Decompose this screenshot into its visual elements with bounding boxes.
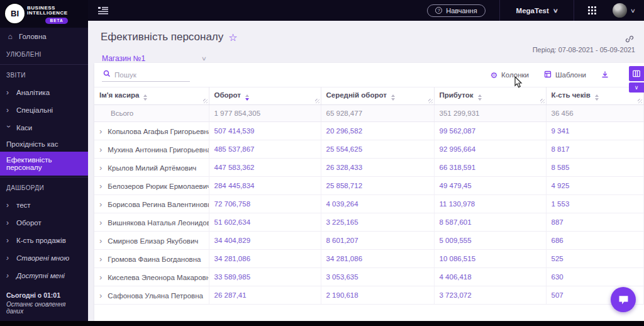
cashier-name-cell[interactable]: ›Белозеров Рюрик Ермолаевич <box>94 177 209 195</box>
download-button[interactable] <box>601 70 609 80</box>
cashier-name-cell[interactable]: ›Вишнякова Наталья Леонидовна <box>94 213 209 232</box>
column-resize-handle[interactable] <box>315 99 319 103</box>
column-header-2[interactable]: Оборот <box>209 87 321 105</box>
sidebar-item-Каси[interactable]: ›Каси <box>0 119 88 137</box>
chevron-down-icon: ∨ <box>552 8 558 14</box>
column-header-3[interactable]: Середній оборот <box>321 87 434 105</box>
table-toolbar: ⚙ Колонки Шаблони <box>94 63 644 87</box>
sidebar-item-Створені мною[interactable]: ›Створені мною <box>0 249 88 267</box>
table-row[interactable]: ›Копылова Агафья Григорьевна507 414,5392… <box>94 122 644 140</box>
sidebar: BI BUSINESS INTELLIGENCE BETA ⌂ Головна … <box>0 0 88 321</box>
last-update-time: Сьогодні о 01:01 <box>6 291 84 299</box>
sort-icon[interactable] <box>595 94 599 101</box>
expand-row-icon[interactable]: › <box>99 200 102 209</box>
value-cell: 4 406,418 <box>434 268 546 286</box>
sidebar-item-Доступні мені[interactable]: ›Доступні мені <box>0 267 88 284</box>
workspace-selector[interactable]: MegaTest ∨ <box>500 7 574 14</box>
cashier-name-cell[interactable]: ›Крылов Милий Артёмович <box>94 159 209 177</box>
column-header-1[interactable]: Ім'я касира <box>94 87 209 105</box>
sidebar-item-label: Доступні мені <box>16 272 65 279</box>
collapse-panel-button[interactable]: ∨ <box>629 82 644 93</box>
data-refresh-status: Сьогодні о 01:01 Останнє оновлення даних <box>6 291 84 315</box>
column-resize-handle[interactable] <box>638 99 642 103</box>
sidebar-subitem-Ефективність персоналу[interactable]: Ефективність персоналу <box>0 152 88 176</box>
reports-menu: ›Аналітика›Спеціальні›Каси <box>0 84 88 137</box>
table-row[interactable]: ›Сафонова Ульяна Петровна26 287,412 190,… <box>94 286 644 305</box>
value-cell: 3 053,635 <box>321 268 434 286</box>
sidebar-item-Спеціальні[interactable]: ›Спеціальні <box>0 101 88 119</box>
table-row[interactable]: ›Смирнов Елизар Якубович34 404,8298 601,… <box>94 232 644 250</box>
sort-icon[interactable] <box>143 94 147 101</box>
gear-icon: ⚙ <box>490 71 497 79</box>
table-view-button[interactable] <box>629 66 644 81</box>
cashier-name-cell[interactable]: ›Киселева Элеонора Макаровна <box>94 268 209 286</box>
user-menu[interactable]: ∨ <box>610 3 644 18</box>
main-content: Ефективність персоналу ☆ Період: 07-08-2… <box>88 21 644 321</box>
value-cell: 3 723,072 <box>434 286 546 305</box>
value-cell: 26 287,41 <box>209 286 321 305</box>
cashier-name-cell[interactable]: ›Смирнов Елизар Якубович <box>94 232 209 250</box>
value-cell: 525 <box>546 250 644 268</box>
sort-icon[interactable] <box>391 94 395 101</box>
table-row[interactable]: ›Белозеров Рюрик Ермолаевич284 445,83425… <box>94 177 644 195</box>
cashier-name-cell[interactable]: ›Мухина Антонина Григорьевна <box>94 140 209 159</box>
column-resize-handle[interactable] <box>540 99 545 103</box>
sort-icon[interactable] <box>245 94 249 101</box>
column-header-4[interactable]: Прибуток <box>434 87 546 105</box>
columns-button[interactable]: ⚙ Колонки <box>490 71 529 79</box>
chat-button[interactable] <box>611 287 636 312</box>
expand-row-icon[interactable]: › <box>99 145 102 154</box>
sidebar-toggle-icon[interactable] <box>98 7 108 14</box>
expand-row-icon[interactable]: › <box>99 254 102 264</box>
cashier-name-cell[interactable]: ›Борисова Регина Валентиновна <box>94 195 209 213</box>
value-cell: 34 281,086 <box>321 250 434 268</box>
beta-badge: BETA <box>45 18 67 24</box>
sidebar-item-label: Спеціальні <box>16 106 53 114</box>
sort-icon[interactable] <box>478 94 482 101</box>
topbar: ? Навчання MegaTest ∨ ∨ <box>88 0 644 21</box>
favorite-star-icon[interactable]: ☆ <box>228 31 237 43</box>
sidebar-item-home[interactable]: ⌂ Головна <box>0 28 88 45</box>
expand-row-icon[interactable]: › <box>99 273 102 282</box>
app-logo[interactable]: BI BUSINESS INTELLIGENCE BETA <box>0 0 88 28</box>
apps-grid-icon[interactable] <box>574 6 610 14</box>
table-row[interactable]: ›Крылов Милий Артёмович447 583,36226 328… <box>94 159 644 177</box>
expand-row-icon[interactable]: › <box>99 163 102 172</box>
expand-row-icon[interactable]: › <box>99 236 102 245</box>
cashier-name-cell[interactable]: ›Громова Фаина Богдановна <box>94 250 209 268</box>
table-row[interactable]: ›Вишнякова Наталья Леонидовна51 602,6343… <box>94 213 644 232</box>
template-icon <box>544 70 552 79</box>
brand-name: BUSINESS INTELLIGENCE BETA <box>27 4 68 24</box>
expand-row-icon[interactable]: › <box>99 218 102 227</box>
table-row[interactable]: ›Громова Фаина Богдановна34 281,08634 28… <box>94 250 644 268</box>
table-row[interactable]: ›Киселева Элеонора Макаровна33 589,9853 … <box>94 268 644 286</box>
cashier-name: Крылов Милий Артёмович <box>108 164 196 172</box>
value-cell: 92 995,664 <box>434 140 546 159</box>
column-resize-handle[interactable] <box>428 99 433 103</box>
training-button[interactable]: ? Навчання <box>427 4 485 17</box>
sidebar-item-label: Каси <box>16 124 32 132</box>
value-cell: 99 562,087 <box>434 122 546 140</box>
search-input[interactable] <box>114 71 184 79</box>
table-row[interactable]: ›Мухина Антонина Григорьевна485 537,8672… <box>94 140 644 159</box>
expand-row-icon[interactable]: › <box>99 291 102 300</box>
training-label: Навчання <box>446 7 477 14</box>
table-row[interactable]: ›Борисова Регина Валентиновна72 706,7584… <box>94 195 644 213</box>
sidebar-item-К-сть продажів[interactable]: ›К-сть продажів <box>0 232 88 249</box>
sidebar-subitem-Прохідність кас[interactable]: Прохідність кас <box>0 137 88 152</box>
expand-row-icon[interactable]: › <box>99 181 102 191</box>
cashier-name-cell[interactable]: ›Копылова Агафья Григорьевна <box>94 122 209 140</box>
column-header-label: Середній оборот <box>326 91 387 99</box>
cashier-name: Смирнов Елизар Якубович <box>108 237 198 245</box>
value-cell: 686 <box>546 232 644 250</box>
sidebar-item-тест[interactable]: ›тест <box>0 196 88 214</box>
sidebar-item-Аналітика[interactable]: ›Аналітика <box>0 84 88 101</box>
cashier-name-cell[interactable]: ›Сафонова Ульяна Петровна <box>94 286 209 305</box>
copy-link-icon[interactable] <box>625 35 634 46</box>
templates-button[interactable]: Шаблони <box>544 70 586 79</box>
search-box[interactable] <box>102 68 190 82</box>
value-cell: 72 706,758 <box>209 195 321 213</box>
expand-row-icon[interactable]: › <box>99 126 102 136</box>
sidebar-item-Оборот[interactable]: ›Оборот <box>0 214 88 232</box>
column-resize-handle[interactable] <box>203 99 208 103</box>
